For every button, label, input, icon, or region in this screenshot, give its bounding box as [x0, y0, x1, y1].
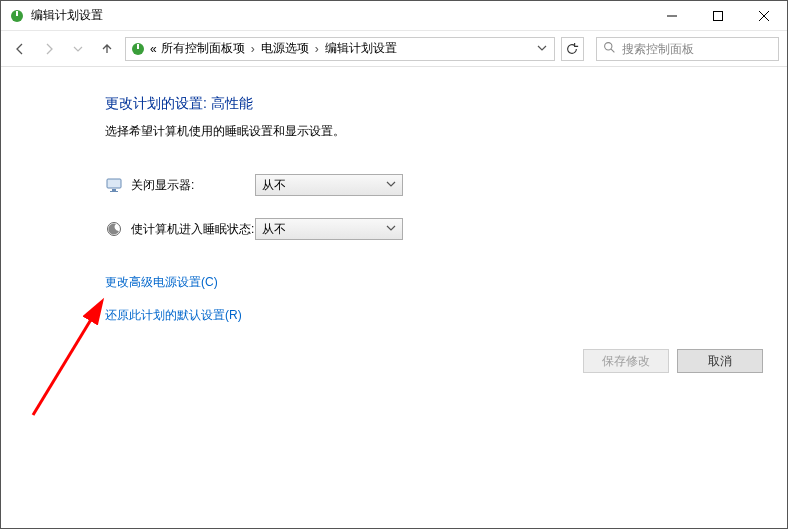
breadcrumb-dropdown-icon[interactable] — [534, 42, 550, 56]
button-row: 保存修改 取消 — [583, 349, 763, 373]
refresh-button[interactable] — [561, 37, 584, 61]
svg-rect-10 — [107, 179, 121, 188]
svg-line-14 — [33, 303, 101, 415]
breadcrumb-item[interactable]: 编辑计划设置 — [325, 40, 397, 57]
power-options-icon — [9, 8, 25, 24]
minimize-button[interactable] — [649, 1, 695, 30]
search-icon — [603, 41, 616, 57]
titlebar: 编辑计划设置 — [1, 1, 787, 31]
power-options-icon — [130, 41, 146, 57]
dropdown-value: 从不 — [262, 177, 286, 194]
save-button[interactable]: 保存修改 — [583, 349, 669, 373]
svg-rect-7 — [137, 44, 139, 49]
search-box[interactable] — [596, 37, 779, 61]
page-heading: 更改计划的设置: 高性能 — [105, 95, 787, 113]
window-controls — [649, 1, 787, 30]
toolbar: « 所有控制面板项 › 电源选项 › 编辑计划设置 — [1, 31, 787, 67]
chevron-down-icon — [386, 178, 396, 192]
chevron-down-icon — [386, 222, 396, 236]
dropdown-value: 从不 — [262, 221, 286, 238]
svg-rect-12 — [110, 191, 118, 192]
display-off-dropdown[interactable]: 从不 — [255, 174, 403, 196]
page-subtext: 选择希望计算机使用的睡眠设置和显示设置。 — [105, 123, 787, 140]
svg-rect-3 — [714, 11, 723, 20]
breadcrumb-prefix: « — [150, 42, 157, 56]
links-block: 更改高级电源设置(C) 还原此计划的默认设置(R) — [105, 274, 787, 324]
monitor-icon — [105, 176, 123, 194]
search-input[interactable] — [622, 42, 772, 56]
svg-point-8 — [605, 42, 612, 49]
annotation-arrow — [23, 297, 113, 417]
setting-label: 使计算机进入睡眠状态: — [131, 221, 255, 238]
sleep-dropdown[interactable]: 从不 — [255, 218, 403, 240]
recent-dropdown-icon[interactable] — [67, 37, 90, 61]
close-button[interactable] — [741, 1, 787, 30]
svg-rect-11 — [112, 189, 116, 191]
maximize-button[interactable] — [695, 1, 741, 30]
setting-label: 关闭显示器: — [131, 177, 255, 194]
cancel-button[interactable]: 取消 — [677, 349, 763, 373]
svg-rect-1 — [16, 11, 18, 16]
setting-row-display-off: 关闭显示器: 从不 — [105, 174, 787, 196]
up-button[interactable] — [96, 37, 119, 61]
svg-line-9 — [611, 49, 614, 52]
chevron-right-icon: › — [313, 42, 321, 56]
moon-icon — [105, 220, 123, 238]
chevron-right-icon: › — [249, 42, 257, 56]
content-area: 更改计划的设置: 高性能 选择希望计算机使用的睡眠设置和显示设置。 关闭显示器:… — [1, 67, 787, 528]
window-title: 编辑计划设置 — [31, 7, 103, 24]
advanced-settings-link[interactable]: 更改高级电源设置(C) — [105, 274, 787, 291]
restore-defaults-link[interactable]: 还原此计划的默认设置(R) — [105, 307, 787, 324]
breadcrumb[interactable]: « 所有控制面板项 › 电源选项 › 编辑计划设置 — [125, 37, 555, 61]
breadcrumb-item[interactable]: 所有控制面板项 — [161, 40, 245, 57]
back-button[interactable] — [9, 37, 32, 61]
forward-button[interactable] — [38, 37, 61, 61]
setting-row-sleep: 使计算机进入睡眠状态: 从不 — [105, 218, 787, 240]
breadcrumb-item[interactable]: 电源选项 — [261, 40, 309, 57]
